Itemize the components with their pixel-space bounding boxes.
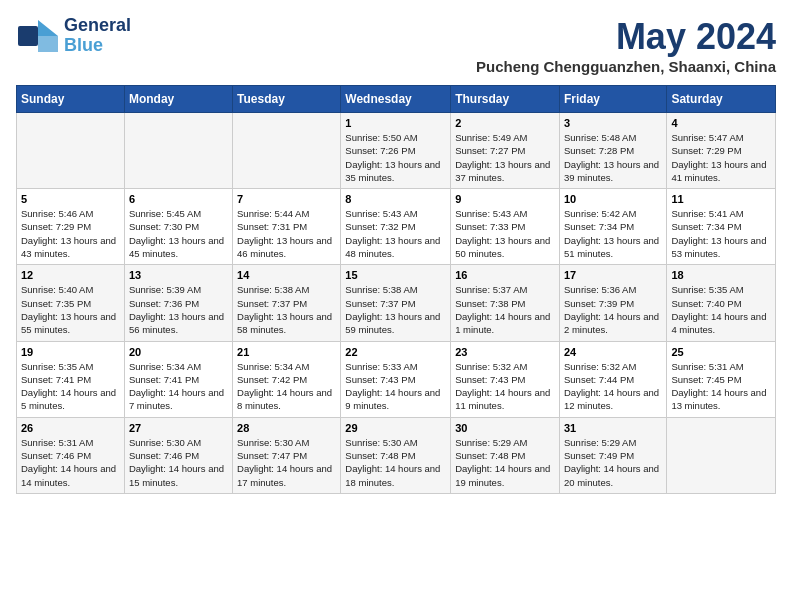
day-number: 27 (129, 422, 228, 434)
day-info: Sunrise: 5:47 AM Sunset: 7:29 PM Dayligh… (671, 131, 771, 184)
day-cell: 21Sunrise: 5:34 AM Sunset: 7:42 PM Dayli… (233, 341, 341, 417)
day-info: Sunrise: 5:29 AM Sunset: 7:48 PM Dayligh… (455, 436, 555, 489)
day-cell: 1Sunrise: 5:50 AM Sunset: 7:26 PM Daylig… (341, 113, 451, 189)
day-number: 31 (564, 422, 662, 434)
month-title: May 2024 (476, 16, 776, 58)
day-info: Sunrise: 5:39 AM Sunset: 7:36 PM Dayligh… (129, 283, 228, 336)
title-block: May 2024 Pucheng Chengguanzhen, Shaanxi,… (476, 16, 776, 75)
day-info: Sunrise: 5:48 AM Sunset: 7:28 PM Dayligh… (564, 131, 662, 184)
day-info: Sunrise: 5:40 AM Sunset: 7:35 PM Dayligh… (21, 283, 120, 336)
day-number: 25 (671, 346, 771, 358)
day-info: Sunrise: 5:41 AM Sunset: 7:34 PM Dayligh… (671, 207, 771, 260)
day-number: 21 (237, 346, 336, 358)
day-number: 6 (129, 193, 228, 205)
day-cell: 18Sunrise: 5:35 AM Sunset: 7:40 PM Dayli… (667, 265, 776, 341)
day-cell: 2Sunrise: 5:49 AM Sunset: 7:27 PM Daylig… (451, 113, 560, 189)
svg-rect-0 (18, 26, 38, 46)
day-info: Sunrise: 5:35 AM Sunset: 7:41 PM Dayligh… (21, 360, 120, 413)
weekday-header-friday: Friday (559, 86, 666, 113)
day-info: Sunrise: 5:38 AM Sunset: 7:37 PM Dayligh… (237, 283, 336, 336)
weekday-header-monday: Monday (124, 86, 232, 113)
day-cell: 9Sunrise: 5:43 AM Sunset: 7:33 PM Daylig… (451, 189, 560, 265)
day-cell: 28Sunrise: 5:30 AM Sunset: 7:47 PM Dayli… (233, 417, 341, 493)
day-info: Sunrise: 5:50 AM Sunset: 7:26 PM Dayligh… (345, 131, 446, 184)
location-title: Pucheng Chengguanzhen, Shaanxi, China (476, 58, 776, 75)
day-number: 17 (564, 269, 662, 281)
calendar-table: SundayMondayTuesdayWednesdayThursdayFrid… (16, 85, 776, 494)
day-number: 19 (21, 346, 120, 358)
day-info: Sunrise: 5:30 AM Sunset: 7:47 PM Dayligh… (237, 436, 336, 489)
day-cell: 8Sunrise: 5:43 AM Sunset: 7:32 PM Daylig… (341, 189, 451, 265)
day-cell (124, 113, 232, 189)
day-cell: 23Sunrise: 5:32 AM Sunset: 7:43 PM Dayli… (451, 341, 560, 417)
day-cell: 4Sunrise: 5:47 AM Sunset: 7:29 PM Daylig… (667, 113, 776, 189)
day-cell: 27Sunrise: 5:30 AM Sunset: 7:46 PM Dayli… (124, 417, 232, 493)
day-number: 30 (455, 422, 555, 434)
day-cell (233, 113, 341, 189)
week-row-4: 19Sunrise: 5:35 AM Sunset: 7:41 PM Dayli… (17, 341, 776, 417)
day-info: Sunrise: 5:38 AM Sunset: 7:37 PM Dayligh… (345, 283, 446, 336)
day-number: 28 (237, 422, 336, 434)
day-number: 2 (455, 117, 555, 129)
week-row-1: 1Sunrise: 5:50 AM Sunset: 7:26 PM Daylig… (17, 113, 776, 189)
day-cell (17, 113, 125, 189)
day-cell: 26Sunrise: 5:31 AM Sunset: 7:46 PM Dayli… (17, 417, 125, 493)
logo-general: General (64, 16, 131, 36)
day-info: Sunrise: 5:34 AM Sunset: 7:42 PM Dayligh… (237, 360, 336, 413)
day-number: 22 (345, 346, 446, 358)
weekday-header-wednesday: Wednesday (341, 86, 451, 113)
day-cell (667, 417, 776, 493)
day-number: 26 (21, 422, 120, 434)
day-cell: 31Sunrise: 5:29 AM Sunset: 7:49 PM Dayli… (559, 417, 666, 493)
day-number: 15 (345, 269, 446, 281)
day-number: 9 (455, 193, 555, 205)
day-info: Sunrise: 5:46 AM Sunset: 7:29 PM Dayligh… (21, 207, 120, 260)
day-number: 13 (129, 269, 228, 281)
day-info: Sunrise: 5:49 AM Sunset: 7:27 PM Dayligh… (455, 131, 555, 184)
day-info: Sunrise: 5:32 AM Sunset: 7:44 PM Dayligh… (564, 360, 662, 413)
day-cell: 16Sunrise: 5:37 AM Sunset: 7:38 PM Dayli… (451, 265, 560, 341)
day-info: Sunrise: 5:34 AM Sunset: 7:41 PM Dayligh… (129, 360, 228, 413)
day-info: Sunrise: 5:31 AM Sunset: 7:46 PM Dayligh… (21, 436, 120, 489)
weekday-header-sunday: Sunday (17, 86, 125, 113)
day-number: 8 (345, 193, 446, 205)
day-info: Sunrise: 5:32 AM Sunset: 7:43 PM Dayligh… (455, 360, 555, 413)
day-info: Sunrise: 5:43 AM Sunset: 7:33 PM Dayligh… (455, 207, 555, 260)
day-cell: 20Sunrise: 5:34 AM Sunset: 7:41 PM Dayli… (124, 341, 232, 417)
day-info: Sunrise: 5:44 AM Sunset: 7:31 PM Dayligh… (237, 207, 336, 260)
day-info: Sunrise: 5:30 AM Sunset: 7:46 PM Dayligh… (129, 436, 228, 489)
day-info: Sunrise: 5:43 AM Sunset: 7:32 PM Dayligh… (345, 207, 446, 260)
day-cell: 22Sunrise: 5:33 AM Sunset: 7:43 PM Dayli… (341, 341, 451, 417)
day-number: 14 (237, 269, 336, 281)
page-header: General Blue May 2024 Pucheng Chengguanz… (16, 16, 776, 75)
day-cell: 15Sunrise: 5:38 AM Sunset: 7:37 PM Dayli… (341, 265, 451, 341)
day-number: 20 (129, 346, 228, 358)
day-number: 29 (345, 422, 446, 434)
day-info: Sunrise: 5:33 AM Sunset: 7:43 PM Dayligh… (345, 360, 446, 413)
day-info: Sunrise: 5:45 AM Sunset: 7:30 PM Dayligh… (129, 207, 228, 260)
day-cell: 24Sunrise: 5:32 AM Sunset: 7:44 PM Dayli… (559, 341, 666, 417)
day-info: Sunrise: 5:29 AM Sunset: 7:49 PM Dayligh… (564, 436, 662, 489)
day-number: 7 (237, 193, 336, 205)
weekday-header-tuesday: Tuesday (233, 86, 341, 113)
day-cell: 7Sunrise: 5:44 AM Sunset: 7:31 PM Daylig… (233, 189, 341, 265)
day-info: Sunrise: 5:35 AM Sunset: 7:40 PM Dayligh… (671, 283, 771, 336)
day-cell: 10Sunrise: 5:42 AM Sunset: 7:34 PM Dayli… (559, 189, 666, 265)
day-cell: 11Sunrise: 5:41 AM Sunset: 7:34 PM Dayli… (667, 189, 776, 265)
svg-marker-1 (38, 20, 58, 36)
day-number: 11 (671, 193, 771, 205)
day-number: 5 (21, 193, 120, 205)
svg-marker-2 (38, 36, 58, 52)
day-number: 16 (455, 269, 555, 281)
day-cell: 3Sunrise: 5:48 AM Sunset: 7:28 PM Daylig… (559, 113, 666, 189)
day-cell: 17Sunrise: 5:36 AM Sunset: 7:39 PM Dayli… (559, 265, 666, 341)
day-number: 12 (21, 269, 120, 281)
day-cell: 14Sunrise: 5:38 AM Sunset: 7:37 PM Dayli… (233, 265, 341, 341)
day-cell: 6Sunrise: 5:45 AM Sunset: 7:30 PM Daylig… (124, 189, 232, 265)
day-cell: 29Sunrise: 5:30 AM Sunset: 7:48 PM Dayli… (341, 417, 451, 493)
week-row-2: 5Sunrise: 5:46 AM Sunset: 7:29 PM Daylig… (17, 189, 776, 265)
day-number: 18 (671, 269, 771, 281)
day-info: Sunrise: 5:42 AM Sunset: 7:34 PM Dayligh… (564, 207, 662, 260)
day-info: Sunrise: 5:31 AM Sunset: 7:45 PM Dayligh… (671, 360, 771, 413)
week-row-5: 26Sunrise: 5:31 AM Sunset: 7:46 PM Dayli… (17, 417, 776, 493)
